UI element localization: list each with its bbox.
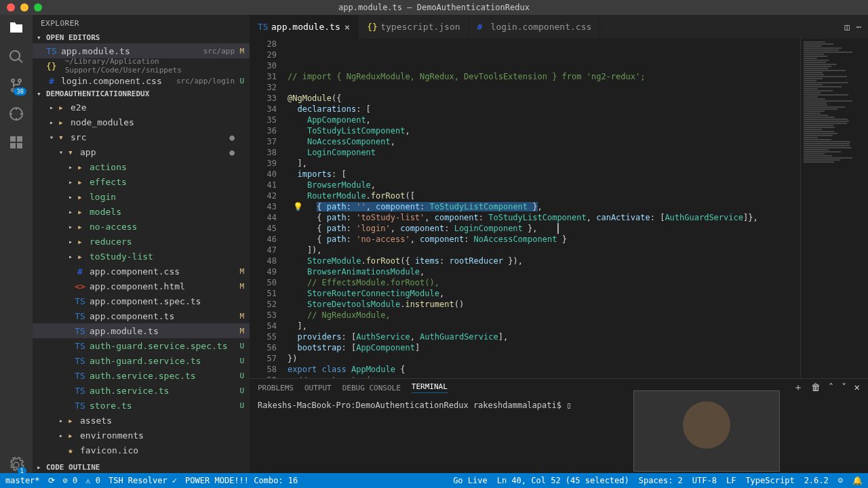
lightbulb-icon[interactable]: 💡: [293, 201, 303, 212]
minimize-window-icon[interactable]: [20, 3, 28, 12]
folder-item[interactable]: ▾▾src●: [33, 129, 250, 144]
editor-tab[interactable]: {}typescript.json: [359, 15, 469, 39]
folder-item[interactable]: ▸▸login: [33, 189, 250, 204]
editor-tab[interactable]: #login.component.css: [469, 15, 601, 39]
code-line[interactable]: RouterModule.forRoot([: [283, 190, 800, 201]
folder-item[interactable]: ▸▸node_modules: [33, 115, 250, 129]
open-editor-item[interactable]: #login.component.csssrc/app/loginU: [33, 73, 250, 88]
folder-item[interactable]: ▸▸actions: [33, 159, 250, 174]
code-line[interactable]: BrowserModule,: [283, 180, 800, 190]
code-line[interactable]: { path: 'toStudy-list', component: ToStu…: [283, 212, 800, 223]
split-editor-icon[interactable]: ◫: [845, 22, 850, 32]
bell-icon[interactable]: 🔔: [852, 476, 863, 485]
code-line[interactable]: LoginComponent: [283, 147, 800, 158]
code-line[interactable]: providers: [AuthService, AuthGuardServic…: [283, 331, 800, 342]
open-editors-header[interactable]: ▾OPEN EDITORS: [33, 32, 250, 43]
tsh-resolver[interactable]: TSH Resolver ✓: [108, 476, 177, 485]
search-icon[interactable]: [8, 49, 24, 65]
code-line[interactable]: { path: 'login', component: LoginCompone…: [283, 223, 800, 234]
code-line[interactable]: BrowserAnimationsModule,: [283, 266, 800, 277]
code-line[interactable]: AppComponent,: [283, 115, 800, 125]
code-line[interactable]: ],: [283, 158, 800, 169]
file-item[interactable]: TSauth.service.spec.tsU: [33, 368, 250, 383]
errors-count[interactable]: ⊘ 0: [63, 476, 78, 485]
git-branch[interactable]: master*: [5, 476, 40, 485]
folder-item[interactable]: ▸▸reducers: [33, 234, 250, 249]
new-terminal-icon[interactable]: ＋: [793, 382, 803, 394]
code-line[interactable]: StoreDevtoolsModule.instrument(): [283, 299, 800, 310]
folder-item[interactable]: ▸▸models: [33, 204, 250, 219]
close-window-icon[interactable]: [7, 3, 15, 12]
panel-down-icon[interactable]: ˅: [842, 382, 846, 394]
go-live[interactable]: Go Live: [453, 476, 488, 485]
code-line[interactable]: StoreRouterConnectingModule,: [283, 288, 800, 299]
folder-item[interactable]: ▸▸effects: [33, 174, 250, 189]
file-item[interactable]: <>app.component.htmlM: [33, 279, 250, 293]
folder-item[interactable]: ▸▸no-access: [33, 219, 250, 234]
close-tab-icon[interactable]: ×: [344, 22, 350, 33]
eol[interactable]: LF: [726, 476, 736, 485]
file-item[interactable]: TSauth.service.tsU: [33, 383, 250, 398]
file-item[interactable]: #app.component.cssM: [33, 264, 250, 279]
kill-terminal-icon[interactable]: 🗑: [811, 382, 821, 394]
file-item[interactable]: TSstore.tsU: [33, 398, 250, 413]
panel-tab-terminal[interactable]: TERMINAL: [412, 382, 448, 393]
code-line[interactable]: { path: 'no-access', component: NoAccess…: [283, 234, 800, 245]
code-line[interactable]: ]),: [283, 245, 800, 256]
code-line[interactable]: imports: [: [283, 169, 800, 180]
explorer-icon[interactable]: [8, 20, 24, 37]
code-line[interactable]: ],: [283, 321, 800, 331]
file-item[interactable]: TSauth-guard.service.tsU: [33, 353, 250, 368]
code-line[interactable]: declarations: [: [283, 104, 800, 115]
indent[interactable]: Spaces: 2: [639, 476, 683, 485]
minimap[interactable]: [800, 39, 868, 378]
scm-icon[interactable]: 38: [8, 77, 24, 94]
code-line[interactable]: // NgReduxModule,: [283, 310, 800, 321]
code-line[interactable]: bootstrap: [AppComponent]: [283, 342, 800, 353]
panel-tab-output[interactable]: OUTPUT: [304, 384, 332, 392]
code-line[interactable]: // constructor(: [283, 375, 800, 378]
folder-item[interactable]: ▸▸toStudy-list: [33, 249, 250, 264]
language-mode[interactable]: TypeScript: [745, 476, 794, 485]
power-mode[interactable]: POWER MODE!!! Combo: 16: [185, 476, 298, 485]
editor-tab[interactable]: TSapp.module.ts×: [250, 15, 359, 39]
folder-item[interactable]: ▸▸e2e: [33, 100, 250, 115]
code-line[interactable]: [283, 82, 800, 93]
folder-item[interactable]: ▸▸assets: [33, 413, 250, 428]
ts-version[interactable]: 2.6.2: [804, 476, 829, 485]
open-editor-item[interactable]: {}typescript.json~/Library/Application S…: [33, 58, 250, 73]
code-line[interactable]: }): [283, 353, 800, 364]
panel-tab-problems[interactable]: PROBLEMS: [258, 384, 294, 392]
more-actions-icon[interactable]: ⋯: [856, 22, 861, 32]
encoding[interactable]: UTF-8: [692, 476, 717, 485]
panel-tab-debug-console[interactable]: DEBUG CONSOLE: [342, 384, 401, 392]
code-line[interactable]: // import { NgReduxModule, NgRedux, DevT…: [283, 71, 800, 82]
panel-up-icon[interactable]: ˄: [829, 382, 833, 394]
code-outline-header[interactable]: ▸CODE OUTLINE: [33, 462, 250, 473]
project-header[interactable]: ▾DEMOAUTHENTICATIONREDUX: [33, 88, 250, 100]
settings-icon[interactable]: 1: [8, 457, 24, 473]
file-item[interactable]: TSapp.component.tsM: [33, 308, 250, 323]
file-item[interactable]: ★favicon.ico: [33, 443, 250, 458]
code-line[interactable]: @NgModule({: [283, 93, 800, 104]
file-item[interactable]: TSapp.module.tsM: [33, 323, 250, 338]
code-line[interactable]: NoAccessComponent,: [283, 136, 800, 147]
code-line[interactable]: 💡 { path: '', component: ToStudyListComp…: [283, 201, 800, 212]
file-item[interactable]: TSauth-guard.service.spec.tsU: [33, 338, 250, 353]
code-line[interactable]: // EffectsModule.forRoot(),: [283, 277, 800, 288]
folder-item[interactable]: ▾▾app●: [33, 144, 250, 159]
debug-icon[interactable]: [8, 106, 24, 122]
code-editor[interactable]: // import { NgReduxModule, NgRedux, DevT…: [283, 39, 800, 378]
maximize-window-icon[interactable]: [34, 3, 42, 12]
panel-close-icon[interactable]: ✕: [854, 382, 860, 394]
extensions-icon[interactable]: [8, 134, 24, 150]
sync-icon[interactable]: ⟳: [48, 476, 55, 485]
cursor-position[interactable]: Ln 40, Col 52 (45 selected): [497, 476, 629, 485]
folder-item[interactable]: ▸▸environments: [33, 428, 250, 443]
feedback-icon[interactable]: ☺: [838, 476, 843, 485]
warnings-count[interactable]: ⚠ 0: [85, 476, 100, 485]
open-editor-item[interactable]: TSapp.module.tssrc/appM: [33, 43, 250, 58]
file-item[interactable]: TSapp.component.spec.ts: [33, 293, 250, 308]
code-line[interactable]: export class AppModule {: [283, 364, 800, 375]
code-line[interactable]: ToStudyListComponent,: [283, 125, 800, 136]
